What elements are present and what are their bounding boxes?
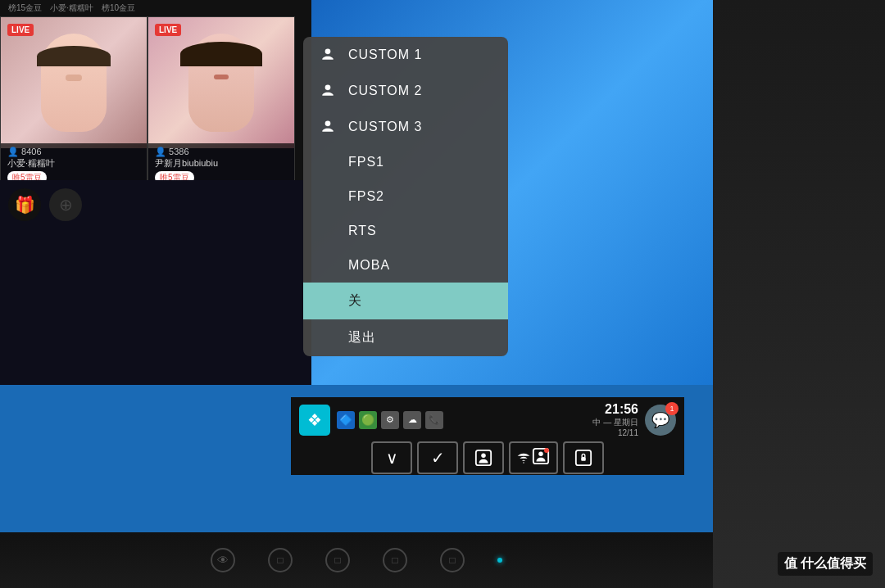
profile-wifi-person bbox=[532, 447, 550, 468]
svg-point-7 bbox=[538, 452, 543, 457]
osd-item-custom2[interactable]: CUSTOM 2 bbox=[303, 73, 508, 109]
osd-label-custom1: CUSTOM 1 bbox=[348, 47, 422, 62]
monitor-bezel: 👁 □ □ □ □ bbox=[0, 532, 713, 588]
systray-icons: 🔷 🟢 ⚙ ☁ 📞 bbox=[337, 411, 586, 429]
osd-item-moba[interactable]: MOBA bbox=[303, 248, 508, 283]
bezel-btn-1[interactable]: □ bbox=[268, 548, 293, 572]
profile-button-2[interactable] bbox=[509, 441, 558, 474]
svg-point-5 bbox=[523, 462, 524, 463]
top-header: 榜15金豆 小爱·糯糯叶 榜10金豆 bbox=[0, 0, 311, 16]
live-badge-1: LIVE bbox=[7, 24, 34, 36]
osd-label-fps1: FPS1 bbox=[348, 155, 384, 170]
watermark: 值 什么值得买 bbox=[778, 552, 873, 576]
stream-name-1: 小爱·糯糯叶 bbox=[7, 157, 140, 170]
viewer-count-1: 👤 8406 bbox=[7, 147, 140, 157]
live-badge-2: LIVE bbox=[155, 24, 181, 36]
osd-item-custom3[interactable]: CUSTOM 3 bbox=[303, 109, 508, 145]
osd-item-fps2[interactable]: FPS2 bbox=[303, 179, 508, 214]
osd-label-exit: 退出 bbox=[348, 329, 376, 346]
taskbar-top-row: ❖ 🔷 🟢 ⚙ ☁ 📞 21:56 中 — 星期日 12/11 💬 1 bbox=[299, 402, 676, 437]
stream-card-2[interactable]: LIVE 👤 5386 尹新月biubiubiu 唯5雷豆 bbox=[148, 16, 295, 188]
system-clock: 21:56 中 — 星期日 12/11 bbox=[592, 402, 638, 437]
chat-badge: 1 bbox=[665, 402, 678, 415]
clock-day: 中 — 星期日 bbox=[592, 417, 638, 428]
osd-item-off[interactable]: 关 bbox=[303, 283, 508, 319]
header-name: 小爱·糯糯叶 bbox=[50, 2, 93, 14]
osd-item-rts[interactable]: RTS bbox=[303, 214, 508, 248]
svg-point-1 bbox=[325, 85, 331, 91]
person-icon-btn-1 bbox=[474, 449, 492, 467]
systray-icon-5[interactable]: 📞 bbox=[425, 411, 443, 429]
osd-label-off: 关 bbox=[348, 292, 362, 310]
gaming-arrow-button[interactable]: ❖ bbox=[299, 405, 330, 436]
bezel-btn-2[interactable]: □ bbox=[325, 548, 350, 572]
wheel-icon: ⊕ bbox=[49, 188, 82, 221]
stream-thumbnail-1 bbox=[1, 17, 147, 148]
osd-menu: CUSTOM 1 CUSTOM 2 CUSTOM 3 FPS1 FPS2 bbox=[303, 37, 508, 356]
person-icon-1 bbox=[320, 47, 336, 63]
wifi-signal-icon bbox=[517, 451, 530, 464]
power-led bbox=[497, 558, 502, 563]
stream-card-1[interactable]: LIVE 👤 8406 小爱·糯糯叶 唯5雷豆 bbox=[0, 16, 148, 188]
header-rank-left: 榜15金豆 bbox=[8, 2, 42, 14]
systray-icon-1[interactable]: 🔷 bbox=[337, 411, 355, 429]
right-dark-area bbox=[713, 0, 885, 588]
watermark-text: 值 什么值得买 bbox=[784, 556, 866, 570]
gift-icon: 🎁 bbox=[8, 188, 41, 221]
osd-label-rts: RTS bbox=[348, 224, 377, 238]
svg-rect-9 bbox=[581, 457, 586, 461]
osd-item-fps1[interactable]: FPS1 bbox=[303, 145, 508, 179]
profile-button-locked[interactable] bbox=[563, 441, 604, 474]
person-icon-2 bbox=[320, 83, 336, 99]
systray-icon-4[interactable]: ☁ bbox=[403, 411, 421, 429]
svg-point-4 bbox=[481, 454, 486, 459]
nav-down-button[interactable]: ∨ bbox=[371, 441, 412, 474]
osd-label-custom2: CUSTOM 2 bbox=[348, 84, 422, 98]
stream-name-2: 尹新月biubiubiu bbox=[155, 157, 288, 170]
taskbar-bottom-row: ∨ ✓ bbox=[371, 441, 604, 474]
svg-point-2 bbox=[325, 121, 331, 127]
osd-item-custom1[interactable]: CUSTOM 1 bbox=[303, 37, 508, 73]
chat-notification[interactable]: 💬 1 bbox=[645, 405, 676, 436]
systray-icon-2[interactable]: 🟢 bbox=[359, 411, 377, 429]
taskbar: ❖ 🔷 🟢 ⚙ ☁ 📞 21:56 中 — 星期日 12/11 💬 1 ∨ ✓ bbox=[291, 397, 684, 475]
person-icon-3 bbox=[320, 119, 336, 135]
bezel-btn-eye[interactable]: 👁 bbox=[211, 548, 235, 572]
osd-label-custom3: CUSTOM 3 bbox=[348, 120, 422, 134]
systray-icon-3[interactable]: ⚙ bbox=[381, 411, 399, 429]
locked-profile-icon bbox=[574, 449, 592, 467]
stream-thumbnail-2 bbox=[148, 17, 294, 148]
profile-button-1[interactable] bbox=[463, 441, 504, 474]
clock-date: 12/11 bbox=[592, 428, 638, 437]
clock-time: 21:56 bbox=[592, 402, 638, 417]
wifi-error-dot bbox=[544, 448, 549, 453]
stream-panel: 榜15金豆 小爱·糯糯叶 榜10金豆 LIVE bbox=[0, 0, 311, 180]
bezel-btn-3[interactable]: □ bbox=[383, 548, 407, 572]
header-rank-right: 榜10金豆 bbox=[102, 2, 135, 14]
nav-confirm-button[interactable]: ✓ bbox=[417, 441, 458, 474]
bottom-left-panel: 🎁 ⊕ bbox=[0, 180, 311, 385]
stream-cards: LIVE 👤 8406 小爱·糯糯叶 唯5雷豆 bbox=[0, 16, 311, 188]
svg-point-0 bbox=[325, 49, 331, 55]
osd-label-fps2: FPS2 bbox=[348, 189, 384, 204]
bezel-btn-4[interactable]: □ bbox=[440, 548, 465, 572]
osd-item-exit[interactable]: 退出 bbox=[303, 319, 508, 356]
osd-label-moba: MOBA bbox=[348, 258, 390, 273]
viewer-count-2: 👤 5386 bbox=[155, 147, 288, 157]
